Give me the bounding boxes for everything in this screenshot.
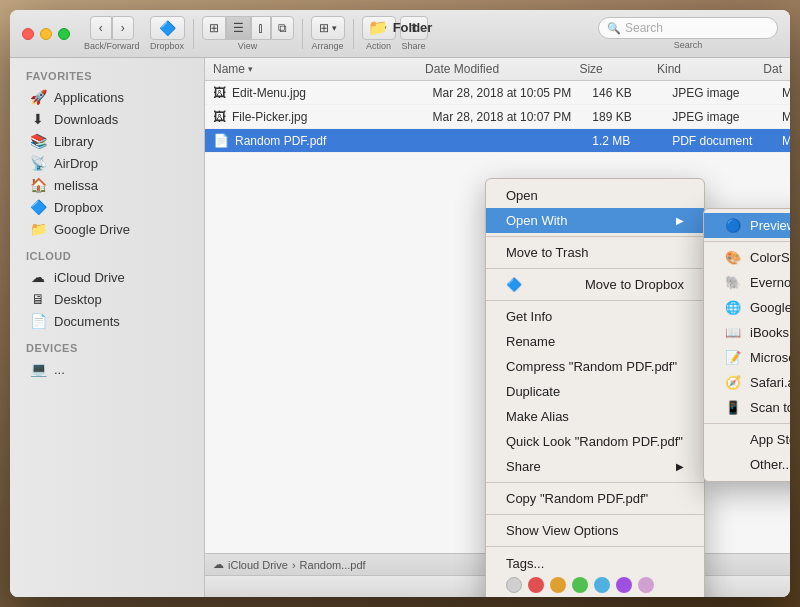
submenu-item-colorsync[interactable]: 🎨 ColorSync Utility.app: [704, 245, 790, 270]
divider-1: [193, 19, 194, 49]
menu-open-label: Open: [506, 188, 538, 203]
table-row[interactable]: 🖼 File-Picker.jpg Mar 28, 2018 at 10:07 …: [205, 105, 790, 129]
submenu-item-word[interactable]: 📝 Microsoft Word.app: [704, 345, 790, 370]
icloud-icon: ☁: [30, 269, 46, 285]
submenu-label-other: Other...: [750, 457, 790, 472]
submenu-item-scantomobile[interactable]: 📱 Scan to Mobile.app: [704, 395, 790, 420]
tags-label[interactable]: Tags...: [506, 556, 684, 571]
file-datm-2: Ma: [774, 132, 790, 150]
table-row[interactable]: 📄 Random PDF.pdf 1.2 MB PDF document Ma: [205, 129, 790, 153]
sidebar-label-melissa: melissa: [54, 178, 98, 193]
menu-item-copy[interactable]: Copy "Random PDF.pdf": [486, 486, 704, 511]
sidebar-item-device[interactable]: 💻 ...: [14, 358, 200, 380]
submenu-item-chrome[interactable]: 🌐 Google Chrome.app: [704, 295, 790, 320]
menu-item-compress[interactable]: Compress "Random PDF.pdf": [486, 354, 704, 379]
tag-dot-pink[interactable]: [638, 577, 654, 593]
arrange-label: Arrange: [312, 41, 344, 51]
tag-dot-red[interactable]: [528, 577, 544, 593]
sidebar-label-airdrop: AirDrop: [54, 156, 98, 171]
tag-dot-blue[interactable]: [594, 577, 610, 593]
sidebar-item-dropbox[interactable]: 🔷 Dropbox: [14, 196, 200, 218]
view-column-button[interactable]: ⫿: [251, 16, 271, 40]
view-icon-button[interactable]: ⊞: [202, 16, 226, 40]
col-header-name[interactable]: Name ▾: [205, 62, 417, 76]
evernote-icon: 🐘: [724, 275, 742, 290]
submenu-item-evernote[interactable]: 🐘 Evernote.app: [704, 270, 790, 295]
menu-open-with-label: Open With: [506, 213, 567, 228]
tag-dot-gray[interactable]: [506, 577, 522, 593]
column-headers: Name ▾ Date Modified Size Kind Dat: [205, 58, 790, 81]
sidebar-item-documents[interactable]: 📄 Documents: [14, 310, 200, 332]
sidebar-item-melissa[interactable]: 🏠 melissa: [14, 174, 200, 196]
col-header-kind[interactable]: Kind: [649, 62, 755, 76]
tag-dot-orange[interactable]: [550, 577, 566, 593]
sidebar-item-applications[interactable]: 🚀 Applications: [14, 86, 200, 108]
file-kind-2: PDF document: [664, 132, 774, 150]
menu-item-quicklook[interactable]: Quick Look "Random PDF.pdf": [486, 429, 704, 454]
dropbox-button[interactable]: 🔷: [150, 16, 185, 40]
file-date-2: [425, 139, 585, 143]
sidebar-item-downloads[interactable]: ⬇ Downloads: [14, 108, 200, 130]
menu-item-share[interactable]: Share ▶: [486, 454, 704, 479]
search-label: Search: [674, 40, 703, 50]
search-input-wrap[interactable]: 🔍 Search: [598, 17, 778, 39]
submenu-item-ibooks[interactable]: 📖 iBooks.app: [704, 320, 790, 345]
file-name-2: Random PDF.pdf: [235, 134, 326, 148]
sidebar-label-googledrive: Google Drive: [54, 222, 130, 237]
col-header-datm[interactable]: Dat: [755, 62, 790, 76]
window-title: 📁 Folder: [368, 18, 433, 37]
sidebar-item-desktop[interactable]: 🖥 Desktop: [14, 288, 200, 310]
menu-item-dropbox[interactable]: 🔷 Move to Dropbox: [486, 272, 704, 297]
grid-icon: ⊞: [319, 21, 329, 35]
submenu-item-other[interactable]: Other...: [704, 452, 790, 477]
menu-item-getinfo[interactable]: Get Info: [486, 304, 704, 329]
menu-item-open-with[interactable]: Open With ▶ 🔵 Preview.app (default) 🎨 Co…: [486, 208, 704, 233]
view-list-button[interactable]: ☰: [226, 16, 251, 40]
sidebar-label-downloads: Downloads: [54, 112, 118, 127]
menu-item-duplicate[interactable]: Duplicate: [486, 379, 704, 404]
sidebar-item-googledrive[interactable]: 📁 Google Drive: [14, 218, 200, 240]
share-label: Share: [402, 41, 426, 51]
menu-viewoptions-label: Show View Options: [506, 523, 619, 538]
library-icon: 📚: [30, 133, 46, 149]
menu-quicklook-label: Quick Look "Random PDF.pdf": [506, 434, 683, 449]
minimize-button[interactable]: [40, 28, 52, 40]
submenu-separator-2: [704, 423, 790, 424]
fullscreen-button[interactable]: [58, 28, 70, 40]
icloud-header: iCloud: [10, 246, 204, 266]
sidebar-item-airdrop[interactable]: 📡 AirDrop: [14, 152, 200, 174]
view-cover-button[interactable]: ⧉: [271, 16, 294, 40]
submenu-item-appstore[interactable]: App Store...: [704, 427, 790, 452]
tag-dot-purple[interactable]: [616, 577, 632, 593]
col-header-date[interactable]: Date Modified: [417, 62, 571, 76]
search-icon: 🔍: [607, 22, 621, 35]
menu-item-rename[interactable]: Rename: [486, 329, 704, 354]
forward-button[interactable]: ›: [112, 16, 134, 40]
submenu-label-appstore: App Store...: [750, 432, 790, 447]
close-button[interactable]: [22, 28, 34, 40]
googledrive-icon: 📁: [30, 221, 46, 237]
submenu-item-preview[interactable]: 🔵 Preview.app (default): [704, 213, 790, 238]
action-label: Action: [366, 41, 391, 51]
traffic-lights: [22, 28, 70, 40]
back-button[interactable]: ‹: [90, 16, 112, 40]
file-date-0: Mar 28, 2018 at 10:05 PM: [425, 84, 585, 102]
sidebar-item-library[interactable]: 📚 Library: [14, 130, 200, 152]
sidebar-item-icloud[interactable]: ☁ iCloud Drive: [14, 266, 200, 288]
submenu-label-scantomobile: Scan to Mobile.app: [750, 400, 790, 415]
dropbox-icon: 🔷: [159, 20, 176, 36]
col-header-size[interactable]: Size: [571, 62, 649, 76]
tag-dot-green[interactable]: [572, 577, 588, 593]
menu-item-open[interactable]: Open: [486, 183, 704, 208]
chrome-icon: 🌐: [724, 300, 742, 315]
table-row[interactable]: 🖼 Edit-Menu.jpg Mar 28, 2018 at 10:05 PM…: [205, 81, 790, 105]
arrange-button[interactable]: ⊞ ▾: [311, 16, 345, 40]
menu-item-viewoptions[interactable]: Show View Options: [486, 518, 704, 543]
menu-item-trash[interactable]: Move to Trash: [486, 240, 704, 265]
scan-icon: 📱: [724, 400, 742, 415]
search-area: 🔍 Search Search: [598, 17, 778, 50]
ibooks-icon: 📖: [724, 325, 742, 340]
menu-rename-label: Rename: [506, 334, 555, 349]
menu-item-makealias[interactable]: Make Alias: [486, 404, 704, 429]
submenu-item-safari[interactable]: 🧭 Safari.app: [704, 370, 790, 395]
